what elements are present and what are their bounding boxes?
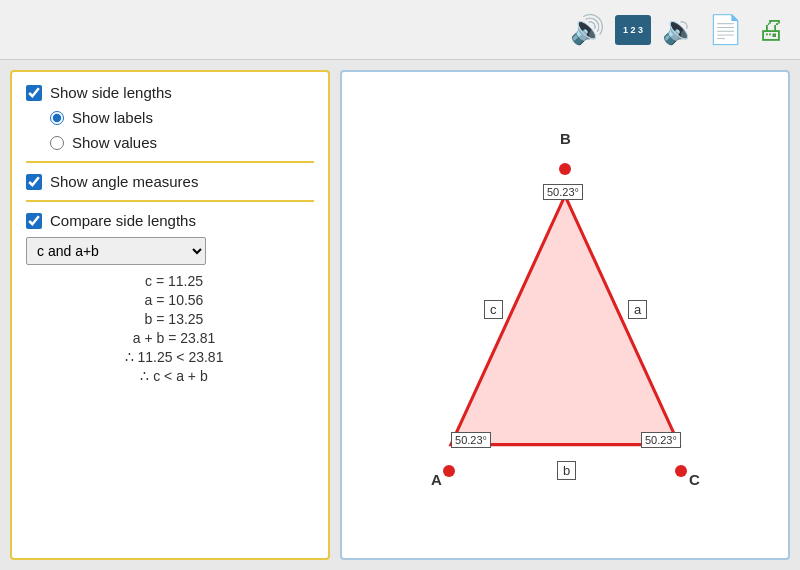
compare-side-lengths-checkbox[interactable] (26, 213, 42, 229)
side-c-label: c (484, 300, 503, 319)
angle-c-label: 50.23° (641, 432, 681, 448)
vertex-a-dot (443, 465, 455, 477)
triangle-canvas: A B C 50.23° 50.23° 50.23° c a b (342, 72, 788, 558)
print-icon[interactable]: 🖨 (752, 11, 790, 49)
compare-section: Compare side lengths c and a+b a and b+c… (26, 212, 314, 384)
show-angle-measures-row: Show angle measures (26, 173, 314, 190)
c-value: c = 11.25 (34, 273, 314, 289)
main-content: Show side lengths Show labels Show value… (0, 60, 800, 570)
divider-1 (26, 161, 314, 163)
divider-2 (26, 200, 314, 202)
right-panel: A B C 50.23° 50.23° 50.23° c a b (340, 70, 790, 560)
b-value: b = 13.25 (34, 311, 314, 327)
label-options: Show labels Show values (50, 109, 314, 151)
show-side-lengths-checkbox[interactable] (26, 85, 42, 101)
show-values-row: Show values (50, 134, 314, 151)
show-values-radio[interactable] (50, 136, 64, 150)
toolbar: 🔊 1 2 3 🔉 📄 🖨 (0, 0, 800, 60)
comparison-dropdown[interactable]: c and a+b a and b+c b and a+c (26, 237, 206, 265)
vertex-c-dot (675, 465, 687, 477)
angle-b-label: 50.23° (543, 184, 583, 200)
triangle-polygon (451, 196, 679, 445)
show-labels-row: Show labels (50, 109, 314, 126)
show-side-lengths-label: Show side lengths (50, 84, 172, 101)
apb-value: a + b = 23.81 (34, 330, 314, 346)
show-labels-label: Show labels (72, 109, 153, 126)
vertex-b-label: B (560, 130, 571, 147)
therefore2-value: ∴ c < a + b (34, 368, 314, 384)
vertex-b-dot (559, 163, 571, 175)
show-side-lengths-row: Show side lengths (26, 84, 314, 101)
values-table: c = 11.25 a = 10.56 b = 13.25 a + b = 23… (34, 273, 314, 384)
show-angle-measures-checkbox[interactable] (26, 174, 42, 190)
compare-side-lengths-label: Compare side lengths (50, 212, 196, 229)
vertex-a-label: A (431, 471, 442, 488)
show-angle-measures-label: Show angle measures (50, 173, 198, 190)
document-icon[interactable]: 📄 (706, 11, 744, 49)
show-values-label: Show values (72, 134, 157, 151)
angle-a-label: 50.23° (451, 432, 491, 448)
therefore1-value: ∴ 11.25 < 23.81 (34, 349, 314, 365)
audio-icon[interactable]: 🔉 (660, 11, 698, 49)
a-value: a = 10.56 (34, 292, 314, 308)
show-labels-radio[interactable] (50, 111, 64, 125)
vertex-c-label: C (689, 471, 700, 488)
side-a-label: a (628, 300, 647, 319)
comparison-dropdown-row: c and a+b a and b+c b and a+c (26, 237, 314, 265)
ear-icon[interactable]: 🔊 (568, 11, 606, 49)
board-icon[interactable]: 1 2 3 (614, 11, 652, 49)
side-b-label: b (557, 461, 576, 480)
left-panel: Show side lengths Show labels Show value… (10, 70, 330, 560)
compare-side-lengths-row: Compare side lengths (26, 212, 314, 229)
